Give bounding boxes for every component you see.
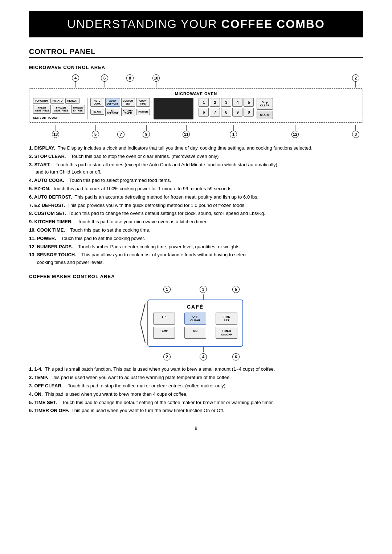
microwave-sub-title: MICROWAVE CONTROL AREA [29,65,363,70]
mw-desc-5: 5. EZ-ON. Touch this pad to cook at 100%… [29,185,363,193]
coffee-callout-6-bottom: 6 [232,353,240,360]
callout-3-bottom: 3 [352,131,359,138]
num-2[interactable]: 2 [210,98,220,107]
callout-11-bottom: 11 [183,131,190,138]
timer-onoff-btn[interactable]: TIMERON/OFF [216,327,237,339]
mw-desc-7: 7. EZ DEFROST. This pad provides you wit… [29,202,363,209]
coffee-descriptions: 1. 1-4. This pad is small batch function… [29,366,363,415]
callout-6: 6 [101,74,108,82]
start-btn[interactable]: START [257,111,273,119]
callout-8: 8 [126,74,134,82]
auto-defrost-btn[interactable]: AUTODEFROST [105,98,120,107]
num-8[interactable]: 8 [221,108,231,117]
coffee-panel: CAFÉ 1–4 OFFCLEAR TIMESET TEMP ON TIMERO… [147,300,243,347]
custom-set-btn[interactable]: CUSTOMSET [121,98,135,107]
mw-desc-1: 1. DISPLAY. The Display includes a clock… [29,144,363,152]
mw-desc-8: 8. CUSTOM SET. Touch this pad to change … [29,210,363,217]
svg-line-2 [141,325,145,343]
mw-desc-2: 2. STOP CLEAR. Touch this pad to stop th… [29,153,363,160]
microwave-diagram: 4 6 8 10 2 MICROWAVE OVEN POPCORN [29,74,363,139]
reheat-btn[interactable]: REHEAT [65,98,79,104]
power-btn[interactable]: POWER [136,109,150,115]
callout-10: 10 [152,74,160,82]
coffee-desc-1: 1. 1-4. This pad is small batch function… [29,366,363,373]
callout-5-bottom: 5 [92,131,99,138]
side-buttons: StopCLEAR START [257,98,273,119]
mw-desc-9: 9. KITCHEN TIMER. Touch this pad to use … [29,218,363,226]
main-title: UNDERSTANDING YOUR COFFEE COMBO [29,11,363,37]
coffee-desc-4: 4. ON. This pad is used when you want to… [29,391,363,398]
coffee-btn-row-1: 1–4 OFFCLEAR TIMESET [153,313,237,325]
coffee-callout-5-top: 5 [232,286,240,293]
num-7[interactable]: 7 [210,108,220,117]
auto-cook-btn[interactable]: AUTOCOOK [90,98,104,107]
section-title: CONTROL PANEL [29,48,363,58]
cook-time-btn[interactable]: COOKTIME [136,98,150,107]
coffee-diagram-wrap: 1 3 5 CAFÉ [134,286,258,360]
stop-clear-btn[interactable]: StopCLEAR [257,98,273,110]
sensor-touch-label: SENSOR TOUCH [33,116,85,119]
mw-desc-3: 3. START. Touch this pad to start all en… [29,161,363,176]
coffee-desc-2: 2. TEMP. This pad is used when you want … [29,374,363,382]
microwave-panel-label: MICROWAVE OVEN [33,91,359,96]
left-button-group: POPCORN POTATO REHEAT FRESHVEGETABLE FRO… [33,98,85,119]
page-number: 8 [29,425,363,431]
num-0[interactable]: 0 [244,108,254,117]
time-set-btn[interactable]: TIMESET [216,313,237,325]
mw-desc-10: 10. COOK TIME. Touch this pad to set the… [29,227,363,234]
coffee-desc-3: 3. OFF CLEAR. Touch this pad to stop the… [29,382,363,390]
title-bold: COFFEE COMBO [221,17,325,30]
microwave-descriptions: 1. DISPLAY. The Display includes a clock… [29,144,363,266]
potato-btn[interactable]: POTATO [50,98,64,104]
title-prefix: UNDERSTANDING YOUR [67,17,221,30]
mw-desc-4: 4. AUTO COOK. Touch this pad to select p… [29,177,363,184]
callout-9-bottom: 9 [143,131,150,138]
callout-7-bottom: 7 [117,131,124,138]
fresh-veg-btn[interactable]: FRESHVEGETABLE [33,105,51,114]
frozen-veg-btn[interactable]: FROZENVEGETABLE [52,105,70,114]
temp-btn[interactable]: TEMP [153,327,175,339]
num-9[interactable]: 9 [232,108,242,117]
coffee-callout-1-top: 1 [163,286,171,293]
coffee-diagram: 1 3 5 CAFÉ [29,286,363,360]
mw-desc-11: 11. POWER. Touch this pad to set the coo… [29,235,363,243]
coffee-callout-2-bottom: 2 [163,353,171,360]
one-four-btn[interactable]: 1–4 [153,313,175,325]
num-4[interactable]: 4 [232,98,242,107]
mw-desc-6: 6. AUTO DEFROST. This pad is an accurate… [29,194,363,201]
mw-desc-12: 12. NUMBER PADS. Touch Number Pads to en… [29,243,363,251]
microwave-panel: MICROWAVE OVEN POPCORN POTATO REHEAT FRE… [29,88,363,123]
off-clear-btn[interactable]: OFFCLEAR [184,313,206,325]
page: UNDERSTANDING YOUR COFFEE COMBO CONTROL … [0,0,392,554]
callout-2: 2 [352,74,359,82]
coffee-desc-6: 6. TIMER ON OFF. This pad is used when y… [29,407,363,415]
num-5[interactable]: 5 [244,98,254,107]
kitchen-timer-btn[interactable]: KITCHENTIMER [121,108,135,117]
on-btn[interactable]: ON [184,327,206,339]
num-1[interactable]: 1 [199,98,209,107]
coffee-desc-5: 5. TIME SET. Touch this pad to change th… [29,399,363,407]
callout-12-bottom: 12 [291,131,299,138]
frozen-entree-btn[interactable]: FROZENENTREE [71,105,85,114]
coffee-callout-3-top: 3 [200,286,207,293]
mw-desc-13: 13. SENSOR TOUCH. This pad allows you to… [29,251,363,266]
coffee-sub-title: COFFEE MAKER CONTROL AREA [29,274,363,279]
cafe-label: CAFÉ [153,304,237,310]
callout-4: 4 [72,74,79,82]
popcorn-btn[interactable]: POPCORN [33,98,49,104]
callout-1-bottom: 1 [230,131,237,138]
number-pad: 1 2 3 4 5 6 7 8 9 0 [199,98,254,119]
num-3[interactable]: 3 [221,98,231,107]
coffee-callout-4-bottom: 4 [200,353,207,360]
svg-line-0 [141,304,145,321]
callout-13-bottom: 13 [52,131,59,138]
display-area [154,98,193,119]
coffee-btn-row-2: TEMP ON TIMERON/OFF [153,327,237,339]
ez-on-btn[interactable]: EZ-ON [90,109,104,115]
middle-button-group: AUTOCOOK AUTODEFROST CUSTOMSET COOKTIME … [90,98,150,119]
ez-defrost-btn[interactable]: EZ-DEFROST [105,108,120,117]
num-6[interactable]: 6 [199,108,209,117]
